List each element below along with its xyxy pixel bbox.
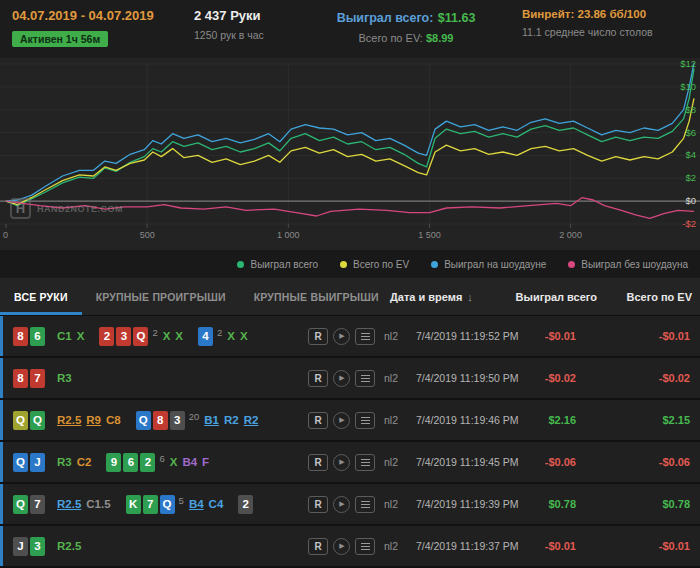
notes-button[interactable] (355, 328, 375, 345)
hand-tokens: Q7R2.5C1.5K7Q5B4C42 (3, 495, 308, 514)
stake-label: nl2 (384, 456, 414, 468)
action-label: X (77, 330, 85, 342)
legend-label: Выиграл без шоудауна (581, 259, 688, 270)
series-line (6, 69, 694, 206)
ev-value: -$0.01 (576, 330, 700, 342)
notes-button[interactable] (355, 412, 375, 429)
notes-icon (361, 420, 370, 421)
hand-row[interactable]: J3R2.5 R ▶ nl2 7/4/2019 11:19:37 PM -$0.… (0, 526, 700, 566)
action-label: R2 (224, 414, 239, 426)
replayer-button[interactable]: R (308, 412, 328, 429)
hand-datetime: 7/4/2019 11:19:46 PM (414, 414, 530, 426)
card: 6 (123, 453, 138, 472)
hand-controls: R ▶ (308, 328, 384, 345)
won-total-label: Выиграл всего: (337, 11, 434, 25)
hand-row[interactable]: QJR3C29626XB4F R ▶ nl2 7/4/2019 11:19:45… (0, 442, 700, 482)
y-axis-tick-label: $6 (685, 127, 696, 138)
card: 4 (198, 327, 213, 346)
notes-icon (361, 378, 370, 379)
play-button[interactable]: ▶ (333, 496, 350, 513)
notes-icon (361, 462, 370, 463)
play-button[interactable]: ▶ (333, 328, 350, 345)
notes-button[interactable] (355, 538, 375, 555)
notes-button[interactable] (355, 454, 375, 471)
hand-row[interactable]: 87R3 R ▶ nl2 7/4/2019 11:19:50 PM -$0.02… (0, 358, 700, 398)
replayer-button[interactable]: R (308, 454, 328, 471)
notes-icon (361, 336, 370, 337)
replayer-button[interactable]: R (308, 370, 328, 387)
card: J (13, 537, 28, 556)
stake-label: nl2 (384, 498, 414, 510)
chart-legend: Выиграл всегоВсего по EVВыиграл на шоуда… (0, 250, 700, 278)
action-label: R2.5 (57, 414, 81, 426)
notes-button[interactable] (355, 496, 375, 513)
card: 3 (30, 537, 45, 556)
action-label: B4 (182, 456, 197, 468)
ev-value: -$0.02 (576, 372, 700, 384)
hand2note-watermark: H HAND2NOTE.COM (10, 198, 123, 219)
won-value: $2.16 (530, 414, 576, 426)
hand-tokens: QQR2.5R9C8Q8320B1R2R2 (3, 411, 308, 430)
hand-row[interactable]: QQR2.5R9C8Q8320B1R2R2 R ▶ nl2 7/4/2019 1… (0, 400, 700, 440)
series-line (6, 98, 694, 204)
card: J (30, 453, 45, 472)
y-axis-tick-label: $8 (685, 104, 696, 115)
stake-label: nl2 (384, 540, 414, 552)
card: 7 (30, 495, 45, 514)
column-header-datetime-label: Дата и время (390, 291, 462, 303)
action-label: C1.5 (86, 498, 110, 510)
replayer-button[interactable]: R (308, 496, 328, 513)
card: 8 (13, 327, 28, 346)
play-button[interactable]: ▶ (333, 454, 350, 471)
action-label: B1 (204, 414, 219, 426)
play-button[interactable]: ▶ (333, 412, 350, 429)
active-time-badge: Активен 1ч 56м (12, 31, 108, 47)
stake-label: nl2 (384, 330, 414, 342)
legend-label: Выиграл всего (250, 259, 318, 270)
hand-tokens: 86C1X23Q2XX42XX (3, 327, 308, 346)
hand2note-session-window: 04.07.2019 - 04.07.2019 Активен 1ч 56м 2… (0, 0, 700, 568)
action-label: X (170, 456, 178, 468)
hands-count: 2 437 Руки (194, 8, 290, 23)
legend-label: Выиграл на шоудауне (444, 259, 546, 270)
won-value: -$0.02 (530, 372, 576, 384)
y-axis-tick-label: $0 (685, 195, 696, 206)
hand-row[interactable]: Q7R2.5C1.5K7Q5B4C42 R ▶ nl2 7/4/2019 11:… (0, 484, 700, 524)
column-header-datetime[interactable]: Дата и время ↓ (390, 278, 473, 316)
card: K (126, 495, 141, 514)
play-button[interactable]: ▶ (333, 370, 350, 387)
column-header-ev[interactable]: Всего по EV (627, 278, 692, 316)
card: Q (133, 327, 148, 346)
card: Q (136, 411, 151, 430)
tab-all-hands[interactable]: ВСЕ РУКИ (0, 278, 82, 315)
notes-button[interactable] (355, 370, 375, 387)
series-line (6, 63, 694, 201)
tab-big-wins[interactable]: КРУПНЫЕ ВЫИГРЫШИ (240, 278, 393, 315)
tab-big-losses[interactable]: КРУПНЫЕ ПРОИГРЫШИ (82, 278, 240, 315)
hand-tokens: 87R3 (3, 369, 308, 388)
replayer-button[interactable]: R (308, 328, 328, 345)
hand-datetime: 7/4/2019 11:19:52 PM (414, 330, 530, 342)
ev-value: -$0.06 (576, 456, 700, 468)
card: 3 (170, 411, 185, 430)
play-button[interactable]: ▶ (333, 538, 350, 555)
play-icon: ▶ (339, 542, 344, 550)
action-label: F (202, 456, 209, 468)
won-value: -$0.06 (530, 456, 576, 468)
results-chart-svg: 05001 0001 5002 000$12$10$8$6$4$2$0-$2 (0, 58, 700, 250)
x-axis-tick-label: 2 000 (559, 230, 582, 240)
card: Q (13, 453, 28, 472)
column-header-won[interactable]: Выиграл всего (516, 278, 597, 316)
action-label: R9 (86, 414, 101, 426)
hands-per-hour: 1250 рук в час (194, 29, 290, 41)
hand-controls: R ▶ (308, 496, 384, 513)
hand-row[interactable]: 86C1X23Q2XX42XX R ▶ nl2 7/4/2019 11:19:5… (0, 316, 700, 356)
replayer-button[interactable]: R (308, 538, 328, 555)
x-axis-tick-label: 1 000 (277, 230, 300, 240)
hand2note-logo-icon: H (10, 198, 31, 219)
hand-controls: R ▶ (308, 454, 384, 471)
hand-controls: R ▶ (308, 538, 384, 555)
hand-datetime: 7/4/2019 11:19:45 PM (414, 456, 530, 468)
card: Q (13, 411, 28, 430)
action-label: R3 (57, 372, 72, 384)
